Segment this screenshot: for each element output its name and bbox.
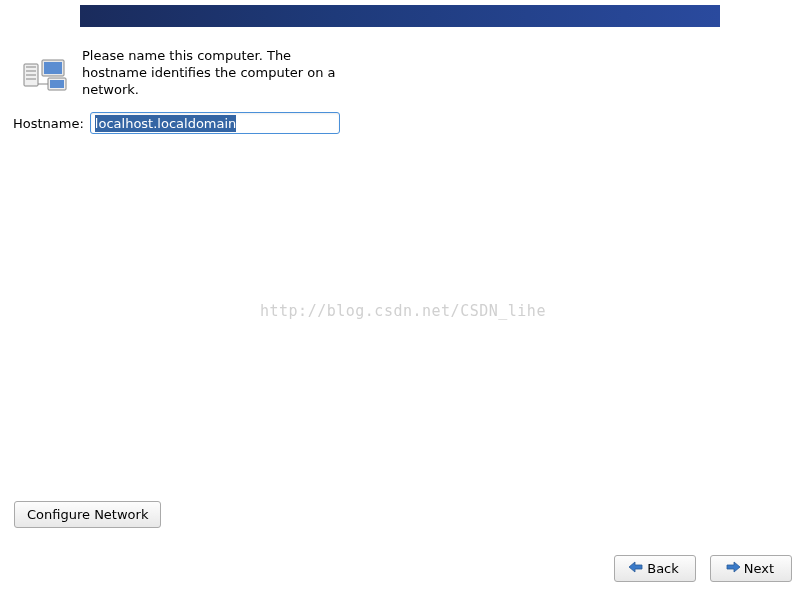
svg-rect-4 [26, 78, 36, 80]
back-button[interactable]: Back [614, 555, 696, 582]
hostname-row: Hostname: localhost.localdomain [13, 112, 340, 134]
svg-rect-1 [26, 66, 36, 68]
hostname-input[interactable]: localhost.localdomain [90, 112, 340, 134]
description-row: Please name this computer. The hostname … [22, 48, 342, 99]
watermark-text: http://blog.csdn.net/CSDN_lihe [260, 302, 546, 320]
hostname-label: Hostname: [13, 116, 84, 131]
arrow-left-icon [627, 560, 645, 577]
back-button-label: Back [647, 561, 679, 576]
svg-rect-6 [44, 62, 62, 74]
arrow-right-icon [724, 560, 742, 577]
computer-network-icon [22, 48, 70, 99]
header-banner [80, 5, 720, 27]
svg-rect-2 [26, 70, 36, 72]
svg-rect-3 [26, 74, 36, 76]
svg-rect-8 [50, 80, 64, 88]
description-text: Please name this computer. The hostname … [82, 48, 342, 99]
next-button-label: Next [744, 561, 774, 576]
configure-network-button[interactable]: Configure Network [14, 501, 161, 528]
next-button[interactable]: Next [710, 555, 792, 582]
navigation-buttons: Back Next [614, 555, 792, 582]
hostname-input-value: localhost.localdomain [95, 115, 236, 132]
